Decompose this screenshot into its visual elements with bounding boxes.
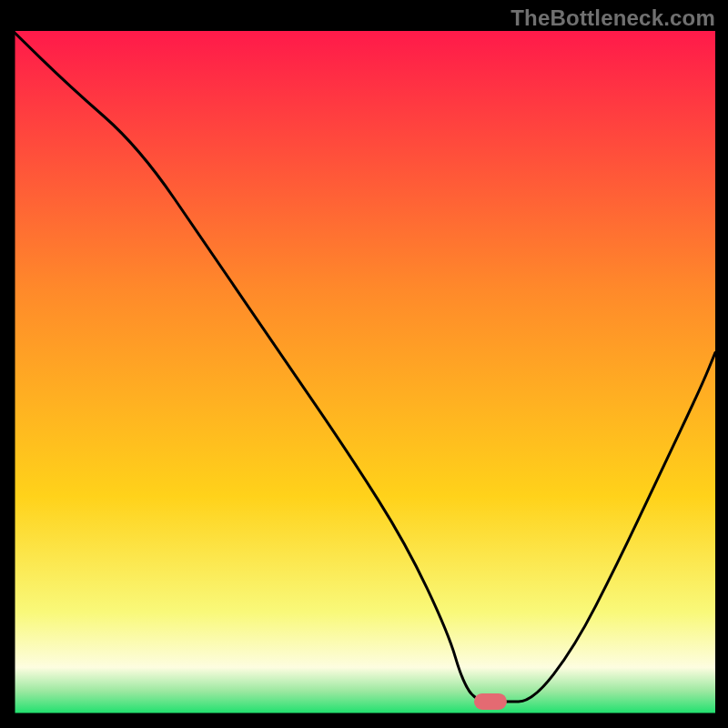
optimum-marker	[474, 693, 507, 710]
gradient-background	[13, 31, 715, 715]
chart-frame: TheBottleneck.com	[0, 0, 728, 728]
chart-svg	[13, 31, 715, 715]
watermark-text: TheBottleneck.com	[511, 5, 715, 31]
plot-area	[13, 31, 715, 715]
